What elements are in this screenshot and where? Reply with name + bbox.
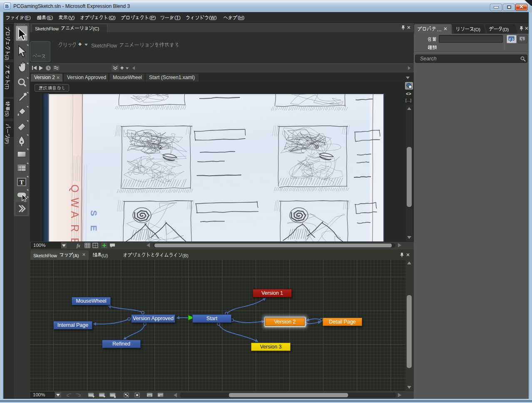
svg-text:+: + — [120, 65, 124, 71]
svg-text:x: x — [114, 395, 116, 398]
svg-text:(B): (B) — [182, 253, 189, 258]
svg-text:S: S — [89, 210, 99, 216]
svg-text:A: A — [69, 211, 81, 218]
svg-text:E: E — [69, 238, 81, 241]
svg-text:(P): (P) — [5, 138, 10, 144]
svg-text:(J): (J) — [5, 55, 10, 60]
svg-text:(O): (O) — [474, 27, 480, 32]
svg-text:(U): (U) — [102, 253, 108, 258]
svg-text:(T): (T) — [5, 84, 10, 90]
svg-text:W: W — [69, 198, 81, 208]
svg-text:R: R — [69, 224, 81, 232]
svg-text:SketchFlow: SketchFlow — [33, 253, 57, 258]
svg-text:(A): (A) — [73, 253, 79, 258]
svg-text:(C): (C) — [93, 26, 99, 31]
svg-text:SketchFlow: SketchFlow — [35, 26, 59, 31]
svg-text:Q: Q — [69, 184, 81, 192]
svg-text:SketchFlow: SketchFlow — [91, 43, 117, 49]
svg-text:E: E — [89, 225, 99, 231]
svg-text:(D): (D) — [502, 27, 509, 32]
svg-text:fx: fx — [77, 243, 80, 249]
svg-text:+: + — [103, 395, 105, 398]
svg-text:(S): (S) — [5, 111, 10, 117]
svg-text:T: T — [20, 179, 24, 186]
svg-text:+: + — [92, 395, 94, 398]
